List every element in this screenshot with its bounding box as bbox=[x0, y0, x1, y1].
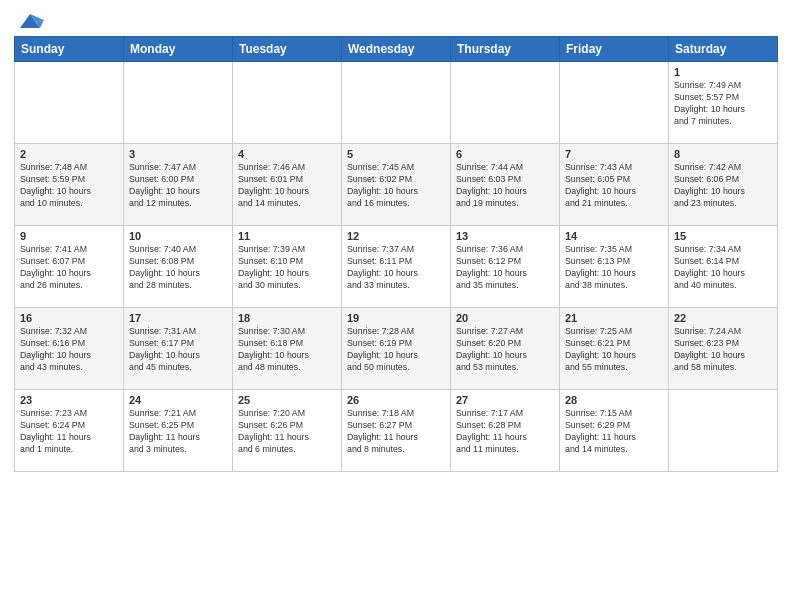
day-info: Sunrise: 7:18 AM Sunset: 6:27 PM Dayligh… bbox=[347, 408, 445, 456]
day-info: Sunrise: 7:25 AM Sunset: 6:21 PM Dayligh… bbox=[565, 326, 663, 374]
day-info: Sunrise: 7:37 AM Sunset: 6:11 PM Dayligh… bbox=[347, 244, 445, 292]
calendar: SundayMondayTuesdayWednesdayThursdayFrid… bbox=[14, 36, 778, 472]
day-info: Sunrise: 7:40 AM Sunset: 6:08 PM Dayligh… bbox=[129, 244, 227, 292]
header bbox=[14, 10, 778, 28]
weekday-header-saturday: Saturday bbox=[669, 37, 778, 62]
weekday-header-monday: Monday bbox=[124, 37, 233, 62]
day-number: 10 bbox=[129, 230, 227, 242]
weekday-header-friday: Friday bbox=[560, 37, 669, 62]
calendar-cell: 1Sunrise: 7:49 AM Sunset: 5:57 PM Daylig… bbox=[669, 62, 778, 144]
calendar-cell: 19Sunrise: 7:28 AM Sunset: 6:19 PM Dayli… bbox=[342, 308, 451, 390]
calendar-cell: 10Sunrise: 7:40 AM Sunset: 6:08 PM Dayli… bbox=[124, 226, 233, 308]
page: SundayMondayTuesdayWednesdayThursdayFrid… bbox=[0, 0, 792, 612]
week-row-4: 16Sunrise: 7:32 AM Sunset: 6:16 PM Dayli… bbox=[15, 308, 778, 390]
day-number: 3 bbox=[129, 148, 227, 160]
calendar-cell: 9Sunrise: 7:41 AM Sunset: 6:07 PM Daylig… bbox=[15, 226, 124, 308]
calendar-cell: 28Sunrise: 7:15 AM Sunset: 6:29 PM Dayli… bbox=[560, 390, 669, 472]
day-info: Sunrise: 7:28 AM Sunset: 6:19 PM Dayligh… bbox=[347, 326, 445, 374]
calendar-cell: 24Sunrise: 7:21 AM Sunset: 6:25 PM Dayli… bbox=[124, 390, 233, 472]
day-number: 18 bbox=[238, 312, 336, 324]
week-row-2: 2Sunrise: 7:48 AM Sunset: 5:59 PM Daylig… bbox=[15, 144, 778, 226]
day-info: Sunrise: 7:24 AM Sunset: 6:23 PM Dayligh… bbox=[674, 326, 772, 374]
day-info: Sunrise: 7:20 AM Sunset: 6:26 PM Dayligh… bbox=[238, 408, 336, 456]
week-row-3: 9Sunrise: 7:41 AM Sunset: 6:07 PM Daylig… bbox=[15, 226, 778, 308]
calendar-cell: 8Sunrise: 7:42 AM Sunset: 6:06 PM Daylig… bbox=[669, 144, 778, 226]
day-number: 20 bbox=[456, 312, 554, 324]
calendar-cell: 26Sunrise: 7:18 AM Sunset: 6:27 PM Dayli… bbox=[342, 390, 451, 472]
day-number: 28 bbox=[565, 394, 663, 406]
calendar-cell bbox=[342, 62, 451, 144]
calendar-cell: 20Sunrise: 7:27 AM Sunset: 6:20 PM Dayli… bbox=[451, 308, 560, 390]
calendar-cell bbox=[669, 390, 778, 472]
calendar-cell: 3Sunrise: 7:47 AM Sunset: 6:00 PM Daylig… bbox=[124, 144, 233, 226]
day-number: 8 bbox=[674, 148, 772, 160]
day-info: Sunrise: 7:17 AM Sunset: 6:28 PM Dayligh… bbox=[456, 408, 554, 456]
weekday-header-row: SundayMondayTuesdayWednesdayThursdayFrid… bbox=[15, 37, 778, 62]
day-number: 16 bbox=[20, 312, 118, 324]
calendar-cell: 15Sunrise: 7:34 AM Sunset: 6:14 PM Dayli… bbox=[669, 226, 778, 308]
day-info: Sunrise: 7:23 AM Sunset: 6:24 PM Dayligh… bbox=[20, 408, 118, 456]
day-info: Sunrise: 7:48 AM Sunset: 5:59 PM Dayligh… bbox=[20, 162, 118, 210]
calendar-cell: 23Sunrise: 7:23 AM Sunset: 6:24 PM Dayli… bbox=[15, 390, 124, 472]
day-number: 2 bbox=[20, 148, 118, 160]
day-number: 6 bbox=[456, 148, 554, 160]
logo-icon bbox=[16, 10, 44, 32]
day-info: Sunrise: 7:30 AM Sunset: 6:18 PM Dayligh… bbox=[238, 326, 336, 374]
day-number: 26 bbox=[347, 394, 445, 406]
day-info: Sunrise: 7:39 AM Sunset: 6:10 PM Dayligh… bbox=[238, 244, 336, 292]
day-info: Sunrise: 7:44 AM Sunset: 6:03 PM Dayligh… bbox=[456, 162, 554, 210]
calendar-cell: 14Sunrise: 7:35 AM Sunset: 6:13 PM Dayli… bbox=[560, 226, 669, 308]
weekday-header-thursday: Thursday bbox=[451, 37, 560, 62]
day-info: Sunrise: 7:32 AM Sunset: 6:16 PM Dayligh… bbox=[20, 326, 118, 374]
day-info: Sunrise: 7:21 AM Sunset: 6:25 PM Dayligh… bbox=[129, 408, 227, 456]
weekday-header-wednesday: Wednesday bbox=[342, 37, 451, 62]
logo-area bbox=[14, 10, 44, 28]
day-info: Sunrise: 7:41 AM Sunset: 6:07 PM Dayligh… bbox=[20, 244, 118, 292]
calendar-cell: 4Sunrise: 7:46 AM Sunset: 6:01 PM Daylig… bbox=[233, 144, 342, 226]
week-row-5: 23Sunrise: 7:23 AM Sunset: 6:24 PM Dayli… bbox=[15, 390, 778, 472]
day-number: 12 bbox=[347, 230, 445, 242]
day-number: 1 bbox=[674, 66, 772, 78]
day-info: Sunrise: 7:47 AM Sunset: 6:00 PM Dayligh… bbox=[129, 162, 227, 210]
day-info: Sunrise: 7:46 AM Sunset: 6:01 PM Dayligh… bbox=[238, 162, 336, 210]
calendar-cell: 11Sunrise: 7:39 AM Sunset: 6:10 PM Dayli… bbox=[233, 226, 342, 308]
day-number: 19 bbox=[347, 312, 445, 324]
day-info: Sunrise: 7:45 AM Sunset: 6:02 PM Dayligh… bbox=[347, 162, 445, 210]
calendar-cell bbox=[124, 62, 233, 144]
day-info: Sunrise: 7:36 AM Sunset: 6:12 PM Dayligh… bbox=[456, 244, 554, 292]
calendar-cell: 17Sunrise: 7:31 AM Sunset: 6:17 PM Dayli… bbox=[124, 308, 233, 390]
day-info: Sunrise: 7:43 AM Sunset: 6:05 PM Dayligh… bbox=[565, 162, 663, 210]
calendar-cell bbox=[560, 62, 669, 144]
calendar-cell: 16Sunrise: 7:32 AM Sunset: 6:16 PM Dayli… bbox=[15, 308, 124, 390]
day-number: 14 bbox=[565, 230, 663, 242]
calendar-cell bbox=[233, 62, 342, 144]
day-info: Sunrise: 7:31 AM Sunset: 6:17 PM Dayligh… bbox=[129, 326, 227, 374]
day-info: Sunrise: 7:15 AM Sunset: 6:29 PM Dayligh… bbox=[565, 408, 663, 456]
calendar-cell: 27Sunrise: 7:17 AM Sunset: 6:28 PM Dayli… bbox=[451, 390, 560, 472]
logo bbox=[14, 10, 44, 32]
day-info: Sunrise: 7:35 AM Sunset: 6:13 PM Dayligh… bbox=[565, 244, 663, 292]
day-number: 22 bbox=[674, 312, 772, 324]
day-number: 11 bbox=[238, 230, 336, 242]
day-info: Sunrise: 7:42 AM Sunset: 6:06 PM Dayligh… bbox=[674, 162, 772, 210]
calendar-cell: 2Sunrise: 7:48 AM Sunset: 5:59 PM Daylig… bbox=[15, 144, 124, 226]
day-number: 5 bbox=[347, 148, 445, 160]
calendar-cell bbox=[451, 62, 560, 144]
day-number: 21 bbox=[565, 312, 663, 324]
day-number: 23 bbox=[20, 394, 118, 406]
calendar-cell: 21Sunrise: 7:25 AM Sunset: 6:21 PM Dayli… bbox=[560, 308, 669, 390]
calendar-cell bbox=[15, 62, 124, 144]
day-number: 15 bbox=[674, 230, 772, 242]
weekday-header-sunday: Sunday bbox=[15, 37, 124, 62]
calendar-cell: 5Sunrise: 7:45 AM Sunset: 6:02 PM Daylig… bbox=[342, 144, 451, 226]
calendar-cell: 22Sunrise: 7:24 AM Sunset: 6:23 PM Dayli… bbox=[669, 308, 778, 390]
day-info: Sunrise: 7:34 AM Sunset: 6:14 PM Dayligh… bbox=[674, 244, 772, 292]
day-number: 24 bbox=[129, 394, 227, 406]
day-number: 7 bbox=[565, 148, 663, 160]
day-number: 17 bbox=[129, 312, 227, 324]
calendar-cell: 13Sunrise: 7:36 AM Sunset: 6:12 PM Dayli… bbox=[451, 226, 560, 308]
week-row-1: 1Sunrise: 7:49 AM Sunset: 5:57 PM Daylig… bbox=[15, 62, 778, 144]
calendar-cell: 18Sunrise: 7:30 AM Sunset: 6:18 PM Dayli… bbox=[233, 308, 342, 390]
day-number: 4 bbox=[238, 148, 336, 160]
day-number: 25 bbox=[238, 394, 336, 406]
